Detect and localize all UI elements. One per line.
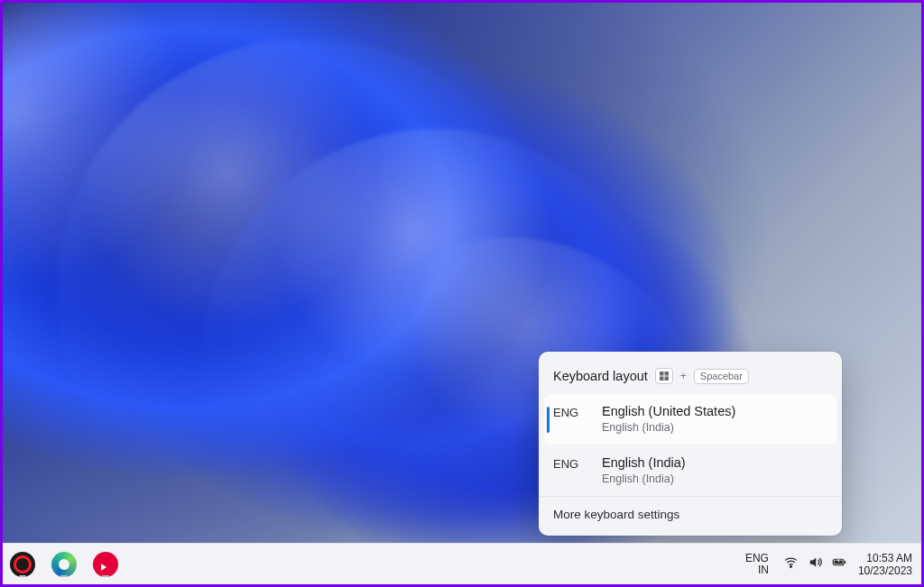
layout-item-english-in[interactable]: ENG English (India) English (India) — [539, 446, 842, 496]
layout-primary: English (India) — [602, 455, 686, 470]
taskbar-pinned-group — [10, 552, 118, 577]
taskbar-clock[interactable]: 10:53 AM 10/23/2023 — [858, 552, 912, 577]
taskbar-app-edge[interactable] — [51, 552, 77, 577]
sound-icon[interactable] — [808, 555, 823, 573]
svg-point-4 — [790, 566, 792, 568]
layout-secondary: English (India) — [602, 472, 686, 485]
taskbar-running-indicator — [60, 575, 68, 577]
layout-secondary: English (India) — [602, 421, 735, 434]
svg-rect-0 — [660, 371, 664, 376]
svg-rect-7 — [845, 561, 846, 564]
layout-item-english-us[interactable]: ENG English (United States) English (Ind… — [544, 395, 836, 445]
taskbar-app-opera[interactable] — [10, 552, 35, 577]
clock-date: 10/23/2023 — [858, 564, 912, 577]
language-indicator[interactable]: ENG IN — [742, 551, 772, 578]
windows-key-icon — [655, 368, 673, 384]
svg-rect-1 — [664, 371, 669, 376]
svg-rect-2 — [660, 377, 664, 381]
svg-rect-3 — [664, 377, 669, 381]
keyboard-layout-flyout: Keyboard layout + Spacebar ENG English (… — [539, 352, 842, 536]
taskbar-running-indicator — [102, 575, 109, 577]
flyout-header: Keyboard layout + Spacebar — [539, 359, 842, 393]
taskbar-app-red[interactable] — [93, 552, 118, 577]
system-tray[interactable] — [783, 555, 847, 573]
wifi-icon[interactable] — [783, 555, 799, 573]
layout-code: ENG — [553, 404, 589, 419]
more-keyboard-settings-label: More keyboard settings — [553, 508, 679, 521]
layout-primary: English (United States) — [602, 404, 735, 418]
more-keyboard-settings[interactable]: More keyboard settings — [539, 496, 842, 532]
flyout-title: Keyboard layout — [553, 369, 648, 383]
language-indicator-bottom: IN — [745, 564, 769, 576]
taskbar: ENG IN — [3, 543, 921, 584]
layout-code: ENG — [553, 455, 589, 471]
language-indicator-top: ENG — [745, 553, 769, 564]
shortcut-spacebar-key: Spacebar — [694, 369, 749, 384]
taskbar-running-indicator — [19, 575, 26, 577]
shortcut-plus: + — [680, 370, 687, 382]
clock-time: 10:53 AM — [858, 552, 912, 564]
battery-icon[interactable] — [832, 555, 847, 573]
